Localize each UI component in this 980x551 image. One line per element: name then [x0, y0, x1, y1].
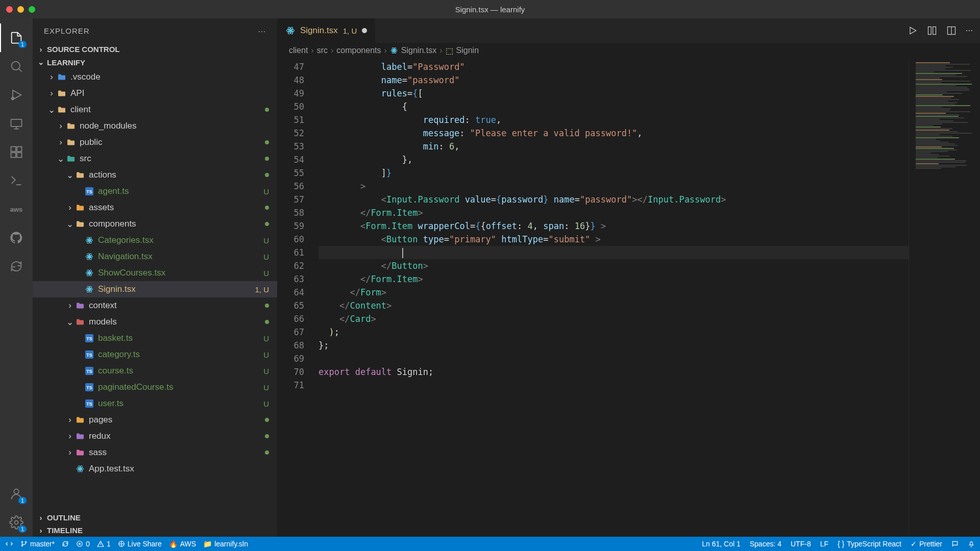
- tree-item-categories-tsx[interactable]: Categories.tsxU: [33, 232, 277, 248]
- tree-item-assets[interactable]: ›assets: [33, 199, 277, 216]
- split-icon[interactable]: [946, 26, 957, 36]
- tree-item-showcourses-tsx[interactable]: ShowCourses.tsxU: [33, 265, 277, 281]
- window-title: Signin.tsx — learnify: [455, 5, 525, 14]
- svg-rect-45: [928, 27, 931, 35]
- maximize-window[interactable]: [29, 6, 35, 13]
- close-window[interactable]: [6, 6, 13, 13]
- eol[interactable]: LF: [820, 540, 828, 548]
- tree-item-actions[interactable]: ⌄actions: [33, 167, 277, 183]
- code-content[interactable]: label="Password" name="password" rules={…: [318, 58, 909, 537]
- aws-status[interactable]: 🔥 AWS: [169, 540, 196, 548]
- svg-rect-6: [17, 153, 21, 157]
- run-debug-icon[interactable]: [0, 81, 33, 109]
- svg-text:TS: TS: [86, 402, 92, 407]
- sidebar-more-icon[interactable]: ···: [258, 27, 266, 35]
- errors-count[interactable]: 0: [76, 540, 90, 548]
- tab-dirty-dot: [362, 28, 367, 33]
- svg-rect-46: [933, 27, 936, 35]
- svg-point-0: [12, 62, 20, 70]
- svg-point-8: [15, 521, 18, 524]
- svg-rect-2: [11, 119, 22, 127]
- file-tree: ›.vscode›API⌄client›node_modules›public⌄…: [33, 69, 277, 511]
- tab-signin[interactable]: Signin.tsx 1, U: [278, 18, 376, 43]
- explorer-badge: 1: [18, 41, 27, 48]
- svg-rect-5: [11, 153, 16, 157]
- tree-item-src[interactable]: ⌄src: [33, 151, 277, 167]
- tree-item-app-test-tsx[interactable]: App.test.tsx: [33, 461, 277, 477]
- run-icon[interactable]: [908, 26, 918, 36]
- prettier[interactable]: ✓ Prettier: [911, 540, 942, 548]
- settings-badge: 1: [18, 525, 27, 533]
- accounts-icon[interactable]: 1: [0, 480, 33, 508]
- svg-text:TS: TS: [86, 385, 92, 390]
- tab-bar: Signin.tsx 1, U ···: [278, 18, 980, 43]
- encoding[interactable]: UTF-8: [791, 540, 811, 548]
- tree-item-components[interactable]: ⌄components: [33, 216, 277, 232]
- editor-more-icon[interactable]: ···: [966, 26, 973, 36]
- cursor-position[interactable]: Ln 61, Col 1: [702, 540, 741, 548]
- minimize-window[interactable]: [17, 6, 24, 13]
- tree-item-node_modules[interactable]: ›node_modules: [33, 118, 277, 134]
- activity-bar: 1 aws 1 1: [0, 18, 33, 537]
- svg-point-23: [89, 289, 90, 290]
- svg-text:TS: TS: [86, 369, 92, 374]
- breadcrumb[interactable]: client› src› components› Signin.tsx› ⬚ S…: [278, 43, 980, 58]
- diff-icon[interactable]: [927, 26, 937, 36]
- solution[interactable]: 📁 learnify.sln: [203, 540, 248, 548]
- warnings-count[interactable]: 1: [97, 540, 111, 548]
- minimap[interactable]: [909, 58, 980, 537]
- language-mode[interactable]: { } TypeScript React: [838, 540, 901, 548]
- status-bar: master* 0 1 Live Share 🔥 AWS 📁 learnify.…: [0, 537, 980, 551]
- titlebar: Signin.tsx — learnify: [0, 0, 980, 18]
- tree-item-sass[interactable]: ›sass: [33, 444, 277, 461]
- tree-item-paginatedcourse-ts[interactable]: TSpaginatedCourse.tsU: [33, 379, 277, 395]
- svg-point-54: [25, 541, 26, 542]
- tree-item--vscode[interactable]: ›.vscode: [33, 69, 277, 85]
- terminal-icon[interactable]: [0, 166, 33, 195]
- tree-item-context[interactable]: ›context: [33, 297, 277, 314]
- svg-text:TS: TS: [86, 353, 92, 358]
- tree-item-basket-ts[interactable]: TSbasket.tsU: [33, 330, 277, 346]
- explorer-icon[interactable]: 1: [0, 23, 33, 52]
- feedback-icon[interactable]: [951, 540, 959, 547]
- section-workspace[interactable]: ⌄LEARNIFY: [33, 56, 277, 69]
- extensions-icon[interactable]: [0, 138, 33, 166]
- github-icon[interactable]: [0, 223, 33, 252]
- svg-text:TS: TS: [86, 189, 92, 194]
- accounts-badge: 1: [18, 497, 27, 504]
- live-share[interactable]: Live Share: [118, 540, 162, 548]
- sidebar: EXPLORER ··· ›SOURCE CONTROL ⌄LEARNIFY ›…: [33, 18, 278, 537]
- tree-item-user-ts[interactable]: TSuser.tsU: [33, 395, 277, 412]
- settings-icon[interactable]: 1: [0, 508, 33, 537]
- tree-item-models[interactable]: ⌄models: [33, 314, 277, 330]
- tree-item-pages[interactable]: ›pages: [33, 412, 277, 428]
- section-outline[interactable]: ›OUTLINE: [33, 511, 277, 524]
- remote-indicator[interactable]: [5, 540, 13, 548]
- tab-suffix: 1, U: [343, 27, 357, 35]
- svg-rect-4: [17, 147, 21, 152]
- search-icon[interactable]: [0, 52, 33, 81]
- svg-point-41: [290, 30, 291, 32]
- sync-status[interactable]: [62, 540, 69, 547]
- editor-body[interactable]: 4748495051525354555657585960616263646566…: [278, 58, 980, 537]
- bell-icon[interactable]: [968, 540, 975, 547]
- tree-item-agent-ts[interactable]: TSagent.tsU: [33, 183, 277, 199]
- tab-label: Signin.tsx: [300, 26, 338, 36]
- tree-item-redux[interactable]: ›redux: [33, 428, 277, 444]
- tree-item-api[interactable]: ›API: [33, 85, 277, 102]
- tree-item-signin-tsx[interactable]: Signin.tsx1, U: [33, 281, 277, 297]
- tree-item-course-ts[interactable]: TScourse.tsU: [33, 363, 277, 379]
- section-timeline[interactable]: ›TIMELINE: [33, 524, 277, 537]
- section-source-control[interactable]: ›SOURCE CONTROL: [33, 43, 277, 56]
- tree-item-client[interactable]: ⌄client: [33, 102, 277, 118]
- aws-icon[interactable]: aws: [0, 195, 33, 223]
- tree-item-public[interactable]: ›public: [33, 134, 277, 151]
- svg-point-53: [21, 545, 22, 546]
- remote-icon[interactable]: [0, 109, 33, 138]
- tree-item-navigation-tsx[interactable]: Navigation.tsxU: [33, 248, 277, 265]
- indent[interactable]: Spaces: 4: [750, 540, 781, 548]
- sync-icon[interactable]: [0, 252, 33, 281]
- svg-point-15: [89, 256, 90, 258]
- git-branch[interactable]: master*: [20, 540, 55, 548]
- tree-item-category-ts[interactable]: TScategory.tsU: [33, 346, 277, 363]
